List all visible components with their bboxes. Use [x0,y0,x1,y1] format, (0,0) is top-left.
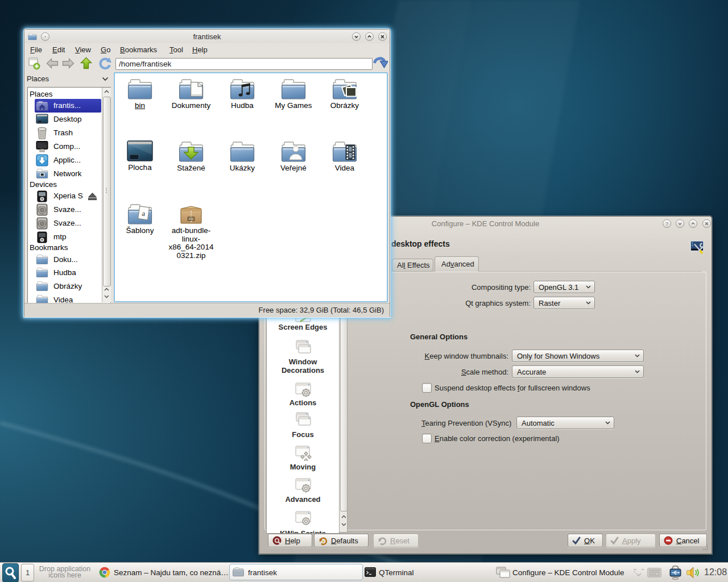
svg-text:zip: zip [189,217,194,221]
svg-text:?: ? [665,221,668,227]
